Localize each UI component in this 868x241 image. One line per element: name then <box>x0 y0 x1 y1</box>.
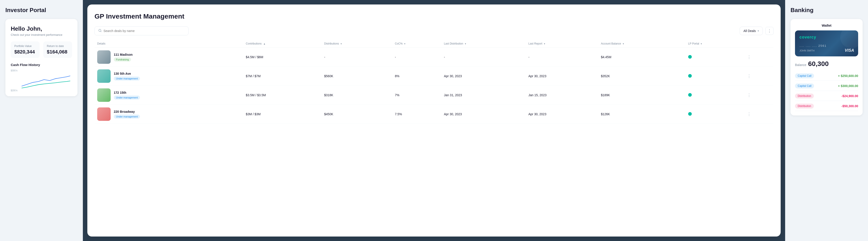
col-lp-portal[interactable]: LP Portal ▾ <box>685 40 745 48</box>
search-box[interactable] <box>94 26 189 35</box>
deal-last-distribution: Jan 31, 2023 <box>441 86 526 105</box>
deal-lp-portal <box>685 67 745 86</box>
deal-row-menu-cell: ⋮ <box>744 67 774 86</box>
list-item: Distribution -$24,900.00 <box>795 91 858 101</box>
deal-row-menu-cell: ⋮ <box>744 86 774 105</box>
banking-panel: Banking Wallet covercy .... .... .... 25… <box>785 0 868 241</box>
sort-icon: ▾ <box>341 42 342 45</box>
transaction-badge: Capital Call <box>795 83 814 89</box>
wallet-section: Wallet covercy .... .... .... 2561 JOHN … <box>790 19 863 115</box>
col-account-balance[interactable]: Account Balance ▾ <box>598 40 685 48</box>
row-menu-button[interactable]: ⋮ <box>747 55 751 59</box>
return-to-date-label: Return to date <box>47 44 68 48</box>
deal-name: 172 15th <box>114 91 140 95</box>
table-row[interactable]: 130 5th Ave Under management $7M / $7M $… <box>94 67 774 86</box>
deal-badge: Under management <box>114 114 140 118</box>
row-menu-button[interactable]: ⋮ <box>747 112 751 116</box>
row-menu-button[interactable]: ⋮ <box>747 74 751 78</box>
list-item: Capital Call + $300,000.00 <box>795 81 858 91</box>
col-distributions[interactable]: Distributions ▾ <box>321 40 392 48</box>
chevron-down-icon: ▾ <box>757 29 759 32</box>
chart-label-200k: $200 k <box>11 89 18 92</box>
gp-title: GP Investment Management <box>94 12 774 20</box>
transaction-badge: Distribution <box>795 104 814 108</box>
balance-amount: 60,300 <box>808 60 829 68</box>
deal-coc: 7% <box>392 86 441 105</box>
balance-row: Balance 60,300 <box>795 60 858 68</box>
transaction-amount: + $250,600.00 <box>838 74 858 78</box>
table-row[interactable]: 111 Madison Fundraising $4.5M / $6M - - … <box>94 48 774 67</box>
deal-coc: 7.5% <box>392 105 441 124</box>
deal-badge: Under management <box>114 96 140 100</box>
deal-row-menu-cell: ⋮ <box>744 48 774 67</box>
table-row[interactable]: 220 Broadway Under management $3M / $3M … <box>94 105 774 124</box>
col-last-report[interactable]: Last Report ▾ <box>526 40 598 48</box>
sort-icon: ▾ <box>465 42 466 45</box>
greeting-subtitle: Check out your investment performance <box>11 33 72 36</box>
deal-last-distribution: Apr 30, 2023 <box>441 105 526 124</box>
list-item: Capital Call + $250,600.00 <box>795 71 858 81</box>
deal-distributions: $560K <box>321 67 392 86</box>
deal-image <box>97 107 111 121</box>
row-menu-button[interactable]: ⋮ <box>747 93 751 97</box>
filter-label: All Deals <box>743 29 756 33</box>
deal-last-report: Jan 15, 2023 <box>526 86 598 105</box>
deal-distributions: $318K <box>321 86 392 105</box>
transaction-badge: Capital Call <box>795 73 814 78</box>
status-dot <box>688 55 692 59</box>
portfolio-value-box: Portfolio Value $820,344 <box>11 41 40 58</box>
balance-label: Balance <box>795 63 806 67</box>
deal-contributions: $3.5M / $3.5M <box>243 86 321 105</box>
deal-row-menu-cell: ⋮ <box>744 105 774 124</box>
portfolio-value-label: Portfolio Value <box>14 44 36 48</box>
col-actions <box>744 40 774 48</box>
deal-contributions: $3M / $3M <box>243 105 321 124</box>
metrics-row: Portfolio Value $820,344 Return to date … <box>11 41 72 58</box>
deal-coc: 8% <box>392 67 441 86</box>
deal-name: 220 Broadway <box>114 110 140 113</box>
deal-name: 130 5th Ave <box>114 72 140 75</box>
sort-icon: ▾ <box>544 42 545 45</box>
chart-labels: $300 k $200 k <box>11 69 18 92</box>
deal-details-cell: 130 5th Ave Under management <box>94 67 243 86</box>
table-row[interactable]: 172 15th Under management $3.5M / $3.5M … <box>94 86 774 105</box>
deal-image <box>97 69 111 83</box>
deal-image <box>97 89 111 102</box>
sort-asc-icon: ▲ <box>264 42 266 45</box>
greeting-name: Hello John, <box>11 25 72 32</box>
deal-account-balance: $189K <box>598 86 685 105</box>
search-icon <box>98 29 102 33</box>
status-dot <box>688 112 692 116</box>
deal-details-cell: 111 Madison Fundraising <box>94 48 243 67</box>
visa-icon: VISA <box>845 48 854 53</box>
deals-table: Details Contributions ▲ Distributions ▾ … <box>94 40 774 124</box>
cash-flow-chart: $300 k $200 k <box>11 69 72 92</box>
covercy-card: covercy .... .... .... 2561 JOHN SMITH V… <box>795 30 858 57</box>
more-options-button[interactable]: ⋮ <box>766 27 774 35</box>
chart-svg <box>11 69 72 92</box>
col-details[interactable]: Details <box>94 40 243 48</box>
deal-name: 111 Madison <box>114 53 132 57</box>
deal-image <box>97 50 111 64</box>
deal-last-distribution: Apr 30, 2023 <box>441 67 526 86</box>
sort-icon: ▾ <box>623 42 624 45</box>
col-coc[interactable]: CoC% ▾ <box>392 40 441 48</box>
list-item: Distribution -$50,300.00 <box>795 101 858 111</box>
sort-icon: ▾ <box>404 42 405 45</box>
deal-badge: Under management <box>114 76 140 80</box>
deal-badge: Fundraising <box>114 58 131 62</box>
deal-account-balance: $352K <box>598 67 685 86</box>
col-contributions[interactable]: Contributions ▲ <box>243 40 321 48</box>
investor-portal-title: Investor Portal <box>5 7 78 14</box>
deal-distributions: $450K <box>321 105 392 124</box>
portfolio-value-amount: $820,344 <box>14 49 36 55</box>
col-last-distribution[interactable]: Last Distribution ▾ <box>441 40 526 48</box>
transaction-amount: + $300,000.00 <box>838 84 858 88</box>
search-input[interactable] <box>103 29 185 33</box>
deal-last-distribution: - <box>441 48 526 67</box>
deal-account-balance: $126K <box>598 105 685 124</box>
transaction-amount: -$24,900.00 <box>841 94 858 98</box>
cash-flow-title: Cash Flow History <box>11 63 72 67</box>
wallet-label: Wallet <box>795 24 858 27</box>
filter-select[interactable]: All Deals ▾ <box>740 27 763 35</box>
